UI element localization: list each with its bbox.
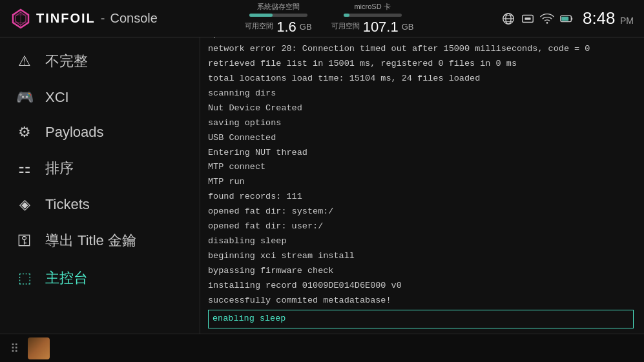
sidebar-label-0: 不完整 <box>45 52 88 71</box>
sidebar-icon-0: ⚠ <box>16 53 34 70</box>
log-line-8: Entering NUT thread <box>208 146 634 161</box>
sys-storage-bar <box>249 14 307 17</box>
card-icon <box>521 12 535 26</box>
log-line-9: MTP connect <box>208 160 634 175</box>
log-line-11: found records: 111 <box>208 190 634 205</box>
sd-storage-row: 可用空間 107.1 GB <box>331 19 414 35</box>
header-left: TINFOIL - Console <box>10 8 158 29</box>
log-line-7: USB Connected <box>208 131 634 146</box>
log-line-3: total locations load time: 15104 ms, 24 … <box>208 72 634 86</box>
sidebar-icon-5: ⚿ <box>16 232 34 249</box>
svg-rect-14 <box>571 17 572 20</box>
clock-ampm: PM <box>620 15 634 26</box>
sys-storage-row: 可用空間 1.6 GB <box>245 19 311 35</box>
sd-storage-bar-fill <box>344 14 349 17</box>
log-line-17: installing record 01009DE014D6E000 v0 <box>208 279 634 294</box>
log-line-10: MTP run <box>208 175 634 190</box>
header-right: 8:48 PM <box>501 8 634 28</box>
sidebar-icon-6: ⬚ <box>16 270 34 287</box>
sidebar-label-3: 排序 <box>45 159 74 178</box>
sys-storage-block: 系統儲存空間 可用空間 1.6 GB <box>245 2 311 35</box>
sidebar-item-4[interactable]: ◈Tickets <box>0 187 200 222</box>
clock-display: 8:48 PM <box>583 8 634 28</box>
sidebar-item-2[interactable]: ⚙Payloads <box>0 115 200 150</box>
log-line-12: opened fat dir: system:/ <box>208 205 634 219</box>
sidebar-label-5: 導出 Title 金鑰 <box>45 231 136 250</box>
sidebar-label-2: Payloads <box>45 124 104 141</box>
tinfoil-logo-icon <box>10 8 31 29</box>
log-line-15: beginning xci stream install <box>208 249 634 264</box>
sidebar-icon-2: ⚙ <box>16 124 34 141</box>
sys-storage-label: 系統儲存空間 <box>257 2 300 12</box>
console-log[interactable]: opened fat dir: safe:/network error 28: … <box>200 37 644 334</box>
log-line-16: bypassing firmware check <box>208 264 634 279</box>
sidebar-item-6[interactable]: ⬚主控台 <box>0 259 200 297</box>
log-line-6: saving options <box>208 116 634 131</box>
sidebar-item-1[interactable]: 🎮XCI <box>0 80 200 115</box>
svg-rect-15 <box>561 16 568 20</box>
sd-storage-block: microSD 卡 可用空間 107.1 GB <box>331 2 414 35</box>
svg-point-12 <box>546 22 548 24</box>
log-line-1: network error 28: Connection timed out a… <box>208 42 634 57</box>
main-layout: ⚠不完整🎮XCI⚙Payloads⚏排序◈Tickets⚿導出 Title 金鑰… <box>0 37 644 334</box>
sd-storage-bar <box>344 14 402 17</box>
sidebar-item-0[interactable]: ⚠不完整 <box>0 43 200 80</box>
status-icons <box>501 12 574 26</box>
wifi-icon <box>540 12 554 26</box>
battery-icon <box>559 12 574 26</box>
sidebar-label-4: Tickets <box>45 196 90 213</box>
sidebar-icon-1: 🎮 <box>16 89 34 106</box>
sd-available-label: 可用空間 <box>331 21 360 31</box>
sidebar-label-6: 主控台 <box>45 268 88 288</box>
sd-storage-size: 107.1 <box>363 19 399 35</box>
sidebar-icon-4: ◈ <box>16 196 34 213</box>
log-line-19: enabling sleep <box>208 310 634 328</box>
log-line-13: opened fat dir: user:/ <box>208 219 634 234</box>
sidebar: ⚠不完整🎮XCI⚙Payloads⚏排序◈Tickets⚿導出 Title 金鑰… <box>0 37 200 334</box>
svg-rect-11 <box>525 17 530 20</box>
logo-text: TINFOIL <box>36 11 96 26</box>
console-area: opened fat dir: safe:/network error 28: … <box>200 37 644 334</box>
app-title: Console <box>110 11 157 26</box>
clock-time: 8:48 <box>583 8 616 28</box>
bottom-bar: ⠿ <box>0 334 644 362</box>
globe-icon <box>501 12 515 26</box>
sidebar-label-1: XCI <box>45 89 69 106</box>
logo-separator: - <box>101 11 105 26</box>
sidebar-item-3[interactable]: ⚏排序 <box>0 150 200 187</box>
game-thumbnail <box>28 337 50 359</box>
log-line-18: successfully commited metadatabase! <box>208 294 634 308</box>
storage-info: 系統儲存空間 可用空間 1.6 GB microSD 卡 可用空間 107.1 … <box>245 2 413 35</box>
sidebar-icon-3: ⚏ <box>16 160 34 177</box>
sys-storage-bar-fill <box>249 14 273 17</box>
sd-storage-label: microSD 卡 <box>354 2 390 12</box>
grid-icon: ⠿ <box>10 341 19 356</box>
sys-storage-size: 1.6 <box>276 19 296 35</box>
log-line-4: scanning dirs <box>208 86 634 101</box>
sys-available-label: 可用空間 <box>245 21 273 31</box>
sd-storage-unit: GB <box>402 22 414 32</box>
sys-storage-unit: GB <box>300 22 312 32</box>
sidebar-item-5[interactable]: ⚿導出 Title 金鑰 <box>0 222 200 259</box>
log-line-2: retrieved file list in 15001 ms, registe… <box>208 57 634 72</box>
log-line-14: disabling sleep <box>208 234 634 249</box>
log-line-0: opened fat dir: safe:/ <box>208 37 634 42</box>
header: TINFOIL - Console 系統儲存空間 可用空間 1.6 GB mic… <box>0 0 644 37</box>
log-line-5: Nut Device Created <box>208 101 634 116</box>
